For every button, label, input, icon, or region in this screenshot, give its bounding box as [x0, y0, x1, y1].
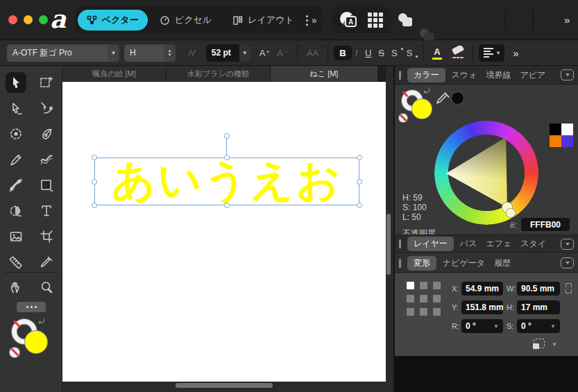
eyedropper-icon[interactable]	[434, 90, 452, 108]
document-tab[interactable]: 水彩ブラシの種類	[167, 66, 271, 82]
font-family-select[interactable]: A-OTF 新ゴ Pro ▾	[7, 44, 119, 62]
subscript-button[interactable]: S	[403, 46, 418, 60]
chevron-down-icon[interactable]: ▼	[552, 341, 557, 348]
horizontal-scrollbar[interactable]	[176, 383, 273, 388]
no-color-swatch[interactable]	[399, 114, 407, 122]
pen-tool[interactable]	[36, 123, 57, 144]
place-image-tool[interactable]	[6, 226, 26, 247]
tab-layers[interactable]: レイヤー	[407, 237, 454, 251]
gradient-tool[interactable]	[6, 175, 26, 196]
vertical-scrollbar[interactable]	[386, 214, 391, 275]
tab-history[interactable]: 履歴	[494, 257, 511, 269]
measure-tool[interactable]	[6, 252, 26, 273]
tab-navigator[interactable]: ナビゲータ	[443, 257, 485, 269]
tab-stroke[interactable]: 境界線	[486, 69, 511, 81]
picked-color-swatch[interactable]	[451, 92, 464, 105]
panel-grip[interactable]	[399, 71, 401, 80]
tab-color[interactable]: カラー	[407, 68, 445, 83]
panel-options-button[interactable]	[561, 69, 574, 80]
tab-styles[interactable]: スタイ	[520, 238, 546, 250]
document-page[interactable]: あいうえお	[62, 82, 386, 382]
swatch-purple[interactable]	[561, 135, 573, 147]
y-field[interactable]: 151.8 mm	[461, 300, 503, 314]
panel-grip[interactable]	[399, 239, 401, 248]
increase-font-size-button[interactable]: A⁺	[256, 46, 274, 60]
selection-handle-e[interactable]	[357, 179, 362, 185]
swatch-orange[interactable]	[550, 135, 561, 147]
fill-stroke-selector[interactable]: ⤾	[10, 317, 53, 360]
layout-persona-tab[interactable]: レイアウト	[223, 10, 303, 31]
pixel-persona-tab[interactable]: ピクセル	[151, 10, 221, 31]
selection-handle-nw[interactable]	[92, 155, 97, 160]
hue-selector[interactable]	[507, 209, 515, 217]
pencil-tool[interactable]	[6, 149, 26, 170]
bold-button[interactable]: B	[334, 46, 351, 60]
close-window-button[interactable]	[8, 15, 17, 24]
tab-effects[interactable]: エフェ	[486, 238, 511, 250]
x-field[interactable]: 54.9 mm	[461, 282, 503, 296]
panel-options-button[interactable]	[561, 239, 574, 250]
panel-options-button[interactable]	[561, 257, 574, 269]
hex-field[interactable]: FFFB00	[521, 218, 570, 231]
tab-appearance[interactable]: アピア	[520, 69, 545, 81]
highlight-brush-icon[interactable]	[450, 46, 467, 60]
tab-paths[interactable]: パス	[460, 238, 477, 250]
text-tool[interactable]	[36, 201, 57, 221]
transparency-tool[interactable]	[6, 201, 26, 221]
anchor-point-selector[interactable]	[407, 282, 441, 316]
node-tool[interactable]	[6, 98, 26, 119]
corner-tool[interactable]	[36, 98, 57, 119]
canvas-area[interactable]: あいうえお	[62, 82, 393, 392]
selection-handle-se[interactable]	[357, 203, 362, 208]
shear-field[interactable]: 0 °▼	[517, 319, 560, 333]
transform-origin-icon[interactable]	[534, 339, 545, 348]
selection-brush-tool[interactable]	[6, 123, 26, 144]
move-tool[interactable]	[6, 72, 26, 93]
vector-crop-tool[interactable]	[36, 226, 57, 247]
selection-handle-sw[interactable]	[92, 203, 97, 208]
superscript-button[interactable]: S	[388, 46, 403, 60]
link-dimensions-icon[interactable]	[566, 283, 572, 293]
hand-tool[interactable]	[6, 277, 26, 298]
strikethrough-button[interactable]: S	[375, 46, 388, 60]
swatch-black[interactable]	[550, 123, 561, 135]
toolbar-menu-button[interactable]	[301, 7, 312, 33]
font-weight-select[interactable]: H ▲▼	[124, 44, 176, 62]
fill-swatch-yellow[interactable]	[25, 331, 47, 353]
selection-handle-ne[interactable]	[357, 155, 362, 160]
assets-studio-icon[interactable]: A	[340, 12, 358, 28]
tab-transform[interactable]: 変形	[407, 256, 436, 271]
swatch-white[interactable]	[561, 123, 573, 135]
rectangle-tool[interactable]	[36, 175, 57, 196]
swap-fill-stroke-icon[interactable]: ⤾	[424, 87, 430, 95]
color-picker-tool[interactable]	[36, 252, 57, 273]
w-field[interactable]: 90.5 mm	[517, 282, 560, 296]
no-color-swatch[interactable]	[10, 348, 19, 357]
paragraph-align-button[interactable]: ▾	[479, 44, 505, 62]
vector-persona-tab[interactable]: ベクター	[78, 10, 148, 31]
panel-grip[interactable]	[399, 259, 401, 268]
swap-fill-stroke-icon[interactable]: ⤾	[39, 317, 44, 325]
selection-handle-s[interactable]	[224, 203, 230, 208]
grid-options-icon[interactable]	[368, 12, 383, 28]
capitalization-button[interactable]: AA	[303, 46, 322, 60]
document-tab[interactable]: 颯良の絵 [M]	[62, 66, 167, 82]
decrease-font-size-button[interactable]: A⁻	[273, 46, 291, 60]
more-tools-button[interactable]	[17, 302, 46, 312]
text-color-button[interactable]: A	[430, 46, 444, 60]
font-size-field[interactable]: 52 pt ▾	[206, 44, 250, 62]
selection-handle-w[interactable]	[92, 179, 97, 185]
rotation-handle[interactable]	[224, 133, 230, 139]
zoom-window-button[interactable]	[39, 15, 48, 24]
color-wheel[interactable]	[434, 121, 538, 225]
context-overflow-chevron[interactable]: »	[513, 47, 518, 59]
document-tab-active[interactable]: ねこ [M]	[271, 66, 378, 82]
toolbar-overflow-chevron[interactable]: »	[564, 14, 570, 26]
fill-swatch-yellow[interactable]	[412, 99, 432, 119]
underline-button[interactable]: U	[362, 46, 375, 60]
vector-brush-tool[interactable]	[36, 149, 57, 170]
tab-swatches[interactable]: スウォ	[452, 69, 477, 81]
italic-button[interactable]: I	[352, 46, 362, 60]
color-fill-stroke-selector[interactable]: ⤾	[400, 89, 435, 123]
boolean-add-icon[interactable]	[398, 12, 414, 28]
